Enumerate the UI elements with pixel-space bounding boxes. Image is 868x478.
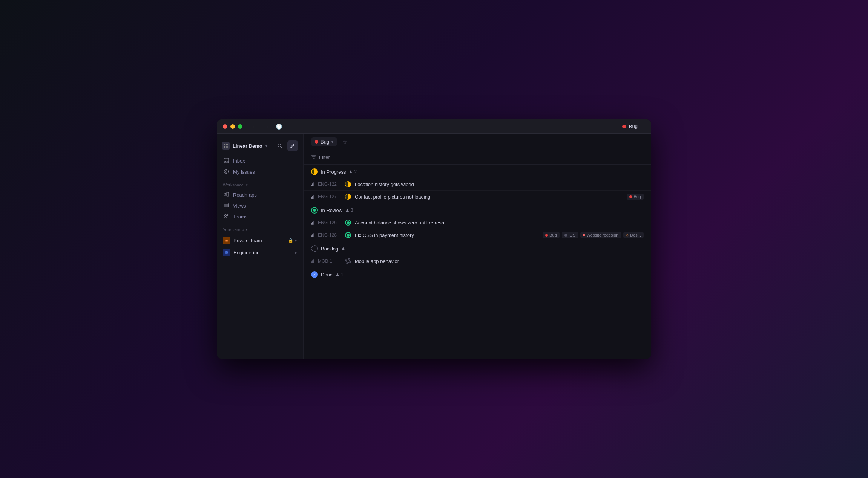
design-label-icon: ◇ bbox=[626, 233, 629, 237]
in-progress-status-icon bbox=[311, 168, 318, 175]
issue-id: ENG-126 bbox=[318, 220, 341, 225]
sidebar-item-views[interactable]: Views bbox=[220, 200, 300, 211]
table-row[interactable]: ENG-126 Account balance shows zero until… bbox=[304, 217, 651, 229]
engineering-extras: ▸ bbox=[295, 250, 297, 255]
titlebar-title: Bug bbox=[285, 124, 645, 129]
filter-label: Filter bbox=[319, 154, 330, 160]
compose-button[interactable] bbox=[287, 140, 298, 151]
priority-bars-icon bbox=[311, 182, 314, 186]
ios-label-tag: iOS bbox=[562, 232, 578, 238]
svg-rect-1 bbox=[226, 144, 228, 145]
table-row[interactable]: ENG-127 Contact profile pictures not loa… bbox=[304, 191, 651, 203]
app-window: ← → 🕐 Bug bbox=[217, 119, 651, 359]
sidebar-item-inbox[interactable]: Inbox bbox=[220, 156, 300, 166]
priority-bars-icon bbox=[311, 259, 314, 263]
close-button[interactable] bbox=[223, 124, 227, 129]
table-row[interactable]: MOB-1 Mobile app behavior bbox=[304, 255, 651, 267]
filter-bar: Filter bbox=[304, 150, 651, 165]
issue-title: Account balance shows zero until refresh bbox=[355, 220, 644, 226]
group-header-in-review[interactable]: In Review 3 bbox=[304, 203, 651, 217]
your-teams-section-label[interactable]: Your teams ▾ bbox=[223, 228, 297, 232]
teams-icon bbox=[223, 214, 230, 220]
svg-point-4 bbox=[278, 144, 281, 147]
website-label-icon: ■ bbox=[583, 233, 585, 237]
issue-labels: Bug bbox=[627, 194, 644, 200]
issue-title: Location history gets wiped bbox=[355, 182, 644, 187]
backlog-count: 1 bbox=[341, 246, 349, 251]
private-team-extras: 🔒 ▸ bbox=[288, 238, 297, 243]
backlog-status-icon bbox=[311, 245, 318, 252]
group-header-done[interactable]: ✓ Done 1 bbox=[304, 267, 651, 281]
priority-icon bbox=[336, 273, 339, 276]
sidebar-item-teams[interactable]: Teams bbox=[220, 211, 300, 222]
lock-icon: 🔒 bbox=[288, 238, 293, 243]
svg-rect-12 bbox=[224, 205, 229, 207]
issue-status-icon bbox=[345, 232, 351, 238]
svg-point-8 bbox=[225, 171, 227, 172]
sidebar-item-roadmaps[interactable]: Roadmaps bbox=[220, 189, 300, 200]
svg-rect-0 bbox=[224, 144, 225, 145]
svg-line-5 bbox=[281, 147, 282, 148]
roadmaps-icon bbox=[223, 192, 230, 198]
forward-arrow-icon[interactable]: → bbox=[263, 122, 271, 131]
search-button[interactable] bbox=[275, 140, 285, 151]
group-header-in-progress[interactable]: In Progress 2 bbox=[304, 165, 651, 178]
workspace-section-header: Workspace ▾ bbox=[217, 178, 303, 189]
title-text: Bug bbox=[629, 124, 638, 129]
design-label-text: Des... bbox=[630, 233, 641, 237]
website-redesign-text: Website redesign bbox=[586, 233, 618, 237]
bug-status-dot bbox=[315, 140, 318, 144]
issue-id: ENG-128 bbox=[318, 232, 341, 238]
bug-filter-badge[interactable]: Bug ▾ bbox=[311, 137, 337, 146]
workspace-selector[interactable]: Linear Demo ▾ bbox=[222, 142, 267, 150]
issue-title: Contact profile pictures not loading bbox=[355, 194, 623, 200]
issue-title: Fix CSS in payment history bbox=[355, 232, 539, 238]
issue-labels: Bug iOS ■ Website redesign ◇ Des... bbox=[543, 232, 644, 238]
workspace-nav: Roadmaps Views bbox=[217, 189, 303, 223]
issue-status-icon bbox=[345, 181, 351, 187]
done-status-icon: ✓ bbox=[311, 271, 318, 278]
bug-label-tag: Bug bbox=[543, 232, 560, 238]
favorite-button[interactable]: ☆ bbox=[341, 137, 349, 147]
svg-marker-19 bbox=[346, 209, 349, 212]
sidebar-header: Linear Demo ▾ bbox=[217, 138, 303, 155]
workspace-section-label[interactable]: Workspace ▾ bbox=[223, 183, 297, 187]
group-header-backlog[interactable]: Backlog 1 bbox=[304, 241, 651, 255]
my-issues-label: My issues bbox=[233, 169, 255, 175]
svg-point-7 bbox=[224, 170, 229, 174]
sidebar-item-my-issues[interactable]: My issues bbox=[220, 166, 300, 177]
minimize-button[interactable] bbox=[230, 124, 235, 129]
svg-marker-18 bbox=[349, 170, 352, 173]
roadmaps-label: Roadmaps bbox=[233, 192, 257, 198]
in-progress-group-name: In Progress bbox=[321, 169, 346, 175]
priority-bars-icon bbox=[311, 221, 314, 225]
views-label: Views bbox=[233, 203, 246, 209]
teams-nav: ■ Private Team 🔒 ▸ ⚙ Engineering ▸ bbox=[217, 234, 303, 259]
workspace-section-chevron: ▾ bbox=[246, 183, 248, 187]
svg-rect-10 bbox=[227, 192, 229, 196]
in-review-status-icon bbox=[311, 207, 318, 214]
svg-rect-9 bbox=[224, 193, 226, 195]
history-icon[interactable]: 🕐 bbox=[276, 124, 282, 130]
main-layout: Linear Demo ▾ bbox=[217, 134, 651, 359]
private-team-icon: ■ bbox=[223, 237, 230, 244]
sidebar-item-engineering[interactable]: ⚙ Engineering ▸ bbox=[220, 246, 300, 258]
filter-button[interactable]: Filter bbox=[311, 154, 330, 160]
svg-rect-3 bbox=[226, 146, 228, 148]
priority-bars-icon bbox=[311, 233, 314, 237]
issue-id: MOB-1 bbox=[318, 258, 341, 264]
bug-label-tag: Bug bbox=[627, 194, 644, 200]
sidebar: Linear Demo ▾ bbox=[217, 134, 304, 359]
done-count: 1 bbox=[336, 272, 344, 277]
table-row[interactable]: ENG-122 Location history gets wiped bbox=[304, 178, 651, 191]
engineering-label: Engineering bbox=[233, 250, 292, 255]
issue-status-icon bbox=[345, 258, 351, 264]
maximize-button[interactable] bbox=[238, 124, 242, 129]
sidebar-item-private-team[interactable]: ■ Private Team 🔒 ▸ bbox=[220, 234, 300, 246]
back-arrow-icon[interactable]: ← bbox=[250, 122, 258, 131]
bug-label-dot bbox=[629, 195, 632, 198]
inbox-icon bbox=[223, 158, 230, 164]
views-icon bbox=[223, 203, 230, 209]
bug-filter-label: Bug bbox=[321, 139, 329, 145]
table-row[interactable]: ENG-128 Fix CSS in payment history Bug i… bbox=[304, 229, 651, 241]
